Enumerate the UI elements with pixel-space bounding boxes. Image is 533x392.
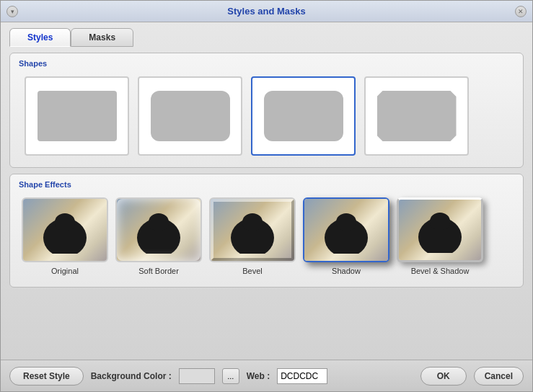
shape-notched[interactable] xyxy=(364,76,469,156)
effect-soft-border-label: Soft Border xyxy=(138,267,179,275)
tab-masks[interactable]: Masks xyxy=(71,28,133,47)
cancel-button[interactable]: Cancel xyxy=(474,367,524,386)
cat-silhouette-2 xyxy=(137,214,180,254)
shape-rect-preview xyxy=(38,91,117,141)
window-close-icon[interactable]: ✕ xyxy=(515,6,527,17)
shapes-grid xyxy=(19,74,514,159)
effect-bevel-shadow-photo xyxy=(399,200,481,260)
cat-silhouette-3 xyxy=(231,214,274,254)
effect-bevel-thumb xyxy=(209,197,296,262)
effect-bevel[interactable]: Bevel xyxy=(209,197,296,275)
effect-shadow-label: Shadow xyxy=(332,267,361,275)
background-color-label: Background Color : xyxy=(91,371,172,381)
effect-original-thumb xyxy=(22,197,108,262)
effect-shadow[interactable]: Shadow xyxy=(303,197,389,275)
effect-shadow-thumb xyxy=(303,197,389,262)
reset-style-button[interactable]: Reset Style xyxy=(9,367,84,386)
shape-rounded2[interactable] xyxy=(251,76,356,156)
title-bar: ▾ Styles and Masks ✕ xyxy=(1,1,532,22)
tab-bar: Styles Masks xyxy=(9,28,524,47)
tab-styles[interactable]: Styles xyxy=(9,28,71,47)
effect-soft-border[interactable]: Soft Border xyxy=(115,197,202,275)
shape-notched-preview xyxy=(377,91,457,141)
shape-rounded[interactable] xyxy=(138,76,242,156)
cat-head-2 xyxy=(149,213,169,231)
web-color-input[interactable] xyxy=(277,368,327,384)
cat-head-1 xyxy=(55,213,75,231)
main-window: ▾ Styles and Masks ✕ Styles Masks Shapes xyxy=(0,0,533,392)
color-swatch[interactable] xyxy=(179,368,215,384)
web-label: Web : xyxy=(247,371,270,381)
effect-bevel-photo xyxy=(211,199,294,261)
ok-button[interactable]: OK xyxy=(420,367,467,386)
cat-head-4 xyxy=(336,213,356,231)
cat-head-5 xyxy=(430,213,450,230)
effect-soft-border-thumb xyxy=(115,197,202,262)
effects-grid: Original Soft Border xyxy=(19,195,514,278)
effects-title: Shape Effects xyxy=(19,180,514,189)
effect-bevel-label: Bevel xyxy=(242,267,263,275)
effects-section: Shape Effects Original xyxy=(9,174,524,288)
window-title: Styles and Masks xyxy=(227,6,305,17)
close-button[interactable]: ▾ xyxy=(6,6,18,17)
cat-head-3 xyxy=(242,213,263,231)
effect-bevel-shadow-thumb xyxy=(397,197,483,262)
content-area: Styles Masks Shapes xyxy=(1,22,532,360)
title-bar-left: ▾ xyxy=(6,6,18,17)
effect-original-label: Original xyxy=(51,267,79,275)
bottom-bar: Reset Style Background Color : ... Web :… xyxy=(1,360,532,391)
effect-original-photo xyxy=(23,199,107,261)
shape-rounded-preview xyxy=(151,91,230,141)
effect-original[interactable]: Original xyxy=(22,197,108,275)
effect-bevel-shadow[interactable]: Bevel & Shadow xyxy=(397,197,483,275)
shape-rounded2-preview xyxy=(264,91,343,141)
shapes-section: Shapes xyxy=(9,53,524,168)
shapes-title: Shapes xyxy=(19,59,514,68)
effect-shadow-photo xyxy=(304,199,388,261)
effect-bevel-shadow-label: Bevel & Shadow xyxy=(411,267,470,275)
color-picker-button[interactable]: ... xyxy=(222,368,239,384)
effect-soft-border-photo xyxy=(117,199,201,261)
shape-rectangle[interactable] xyxy=(25,76,129,156)
